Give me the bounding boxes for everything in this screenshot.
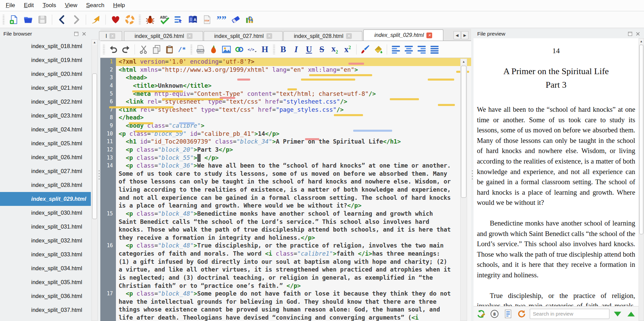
menu-file[interactable]: File	[1, 1, 19, 10]
color-drop-icon[interactable]	[207, 43, 219, 55]
file-item[interactable]: index_split_029.html	[0, 192, 91, 206]
file-item[interactable]: index_split_033.html	[0, 248, 91, 261]
preview-scrollbar[interactable]: ▲	[639, 38, 644, 321]
editor-tab[interactable]: index_split_026.html✕	[124, 31, 203, 41]
translate-icon[interactable]: A	[186, 14, 199, 26]
file-item[interactable]: index_split_031.html	[0, 220, 91, 234]
underline-icon[interactable]: U	[303, 43, 315, 55]
close-panel-icon[interactable]	[635, 31, 641, 37]
donate-heart-icon[interactable]	[109, 14, 122, 26]
toolbar-drag-handle[interactable]	[273, 44, 275, 55]
editor-tab[interactable]: l✕	[99, 31, 122, 41]
style-brush-icon[interactable]	[359, 43, 371, 55]
menu-view[interactable]: View	[60, 1, 82, 10]
help-lifebuoy-icon[interactable]	[123, 14, 136, 26]
tab-close-icon[interactable]: ✕	[346, 33, 352, 39]
smarten-punctuation-icon[interactable]: ””	[215, 14, 227, 26]
paste-icon[interactable]	[163, 43, 175, 55]
save-icon[interactable]	[36, 14, 48, 26]
open-book-icon[interactable]	[22, 14, 34, 26]
editor-scrollbar[interactable]: ▲	[460, 59, 467, 321]
spellcheck-icon[interactable]: ABC	[158, 14, 170, 26]
reports-icon[interactable]	[243, 14, 256, 26]
file-item[interactable]: index_split_019.html	[0, 53, 91, 67]
italic-icon[interactable]: I	[290, 43, 302, 55]
file-item[interactable]: index_split_037.html	[0, 303, 91, 317]
insert-image-icon[interactable]	[220, 43, 232, 55]
tab-close-icon[interactable]: ✕	[187, 33, 193, 39]
strikethrough-icon[interactable]: S	[316, 43, 328, 55]
code-tag-icon[interactable]: </>	[246, 43, 258, 55]
undo-icon[interactable]	[107, 43, 119, 55]
editor-tab[interactable]: index_split_027.html✕	[204, 31, 283, 41]
tabs-scroll-left-icon[interactable]: ◀	[454, 31, 461, 39]
goto-pointer-icon[interactable]	[89, 14, 102, 26]
float-panel-icon[interactable]	[627, 31, 633, 37]
menu-help[interactable]: Help	[109, 1, 129, 10]
html-file-icon[interactable]: HTML	[195, 43, 206, 55]
search-input[interactable]	[530, 309, 609, 319]
up-triangle-icon[interactable]	[626, 308, 637, 319]
refresh-icon[interactable]	[516, 308, 527, 319]
match-count-icon[interactable]: 8	[489, 308, 500, 319]
forward-icon[interactable]	[70, 14, 82, 26]
superscript-icon[interactable]: x2	[342, 43, 354, 55]
doc-lines-icon[interactable]	[503, 308, 514, 319]
align-center-icon[interactable]	[403, 43, 415, 55]
file-item[interactable]: index_split_035.html	[0, 275, 91, 289]
align-justify-icon[interactable]	[428, 43, 440, 55]
file-item[interactable]: index_split_036.html	[0, 289, 91, 303]
back-icon[interactable]	[56, 14, 68, 26]
check-book-icon[interactable]	[144, 14, 156, 26]
align-right-icon[interactable]	[416, 43, 427, 55]
file-item[interactable]: index_split_032.html	[0, 234, 91, 248]
insert-link-icon[interactable]	[233, 43, 245, 55]
fill-color-icon[interactable]	[372, 43, 384, 55]
close-panel-icon[interactable]	[81, 31, 87, 37]
toolbar-drag-handle[interactable]	[103, 44, 105, 55]
menu-tools[interactable]: Tools	[38, 1, 61, 10]
toolbar-drag-handle[interactable]	[2, 15, 5, 25]
manage-fonts-icon[interactable]: TTF	[201, 14, 213, 26]
menu-edit[interactable]: Edit	[19, 1, 38, 10]
scroll-up-icon[interactable]: ▲	[639, 39, 644, 44]
scroll-up-icon[interactable]: ▲	[461, 59, 467, 64]
heading-icon[interactable]: H	[259, 43, 271, 55]
file-item[interactable]: index_split_020.html	[0, 67, 91, 81]
tab-close-icon[interactable]: ✕	[109, 33, 115, 39]
new-file-icon[interactable]	[7, 14, 20, 26]
splitter-preview[interactable]	[471, 29, 474, 321]
file-item[interactable]: index_split_021.html	[0, 81, 91, 95]
file-item[interactable]: index_split_025.html	[0, 136, 91, 150]
file-item[interactable]: index_split_024.html	[0, 123, 91, 136]
file-item[interactable]: index_split_023.html	[0, 109, 91, 123]
scroll-up-icon[interactable]: ▲	[92, 40, 97, 45]
code-editor[interactable]: 1<?xml version='1.0' encoding='utf-8'?>2…	[100, 58, 471, 321]
file-item[interactable]: index_split_026.html	[0, 150, 91, 164]
file-item[interactable]: index_split_018.html	[0, 39, 91, 53]
file-item[interactable]: index_split_028.html	[0, 178, 91, 192]
down-triangle-icon[interactable]	[612, 308, 623, 319]
remove-unused-css-icon[interactable]	[229, 14, 242, 26]
align-left-icon[interactable]	[390, 43, 402, 55]
toolbar-drag-handle[interactable]	[139, 15, 141, 25]
editor-tab[interactable]: index_split_029.html✕	[363, 29, 443, 41]
editor-tab[interactable]: index_split_028.html✕	[283, 31, 362, 41]
cut-icon[interactable]	[138, 43, 149, 55]
tab-close-icon[interactable]: ✕	[266, 33, 272, 39]
bold-icon[interactable]: B	[277, 43, 289, 55]
comment-icon[interactable]: /*	[176, 43, 188, 55]
tabs-scroll-right-icon[interactable]: ▶	[461, 31, 468, 39]
arrange-content-icon[interactable]	[172, 14, 185, 26]
menu-search[interactable]: Search	[82, 1, 109, 10]
file-item[interactable]: index_split_034.html	[0, 261, 91, 275]
file-item[interactable]: index_split_027.html	[0, 164, 91, 178]
splitter-file-browser[interactable]	[98, 29, 100, 321]
subscript-icon[interactable]: x2	[329, 43, 341, 55]
float-panel-icon[interactable]	[74, 31, 79, 37]
file-browser-scrollbar[interactable]: ▲	[92, 39, 98, 321]
toolbar-drag-handle[interactable]	[190, 44, 193, 55]
file-item[interactable]: index_split_022.html	[0, 95, 91, 109]
tab-close-icon[interactable]: ✕	[426, 33, 432, 38]
auto-reload-icon[interactable]	[476, 308, 486, 319]
